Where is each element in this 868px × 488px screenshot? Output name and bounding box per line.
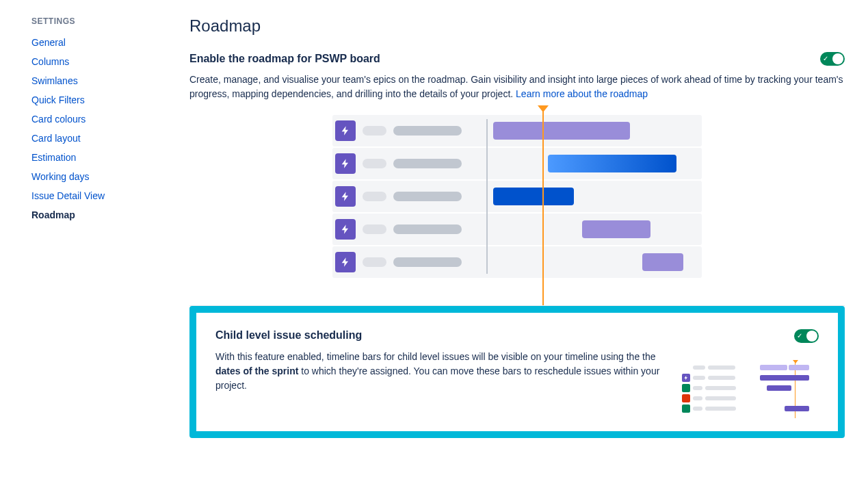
roadmap-enable-heading: Enable the roadmap for PSWP board	[189, 53, 380, 65]
child-heading: Child level issue scheduling	[215, 329, 362, 342]
main-content: Roadmap Enable the roadmap for PSWP boar…	[161, 0, 868, 438]
epic-icon	[682, 374, 690, 382]
gantt-row	[332, 115, 702, 146]
epic-icon	[335, 219, 356, 240]
sidebar-item-roadmap[interactable]: Roadmap	[31, 205, 161, 224]
sidebar-item-estimation[interactable]: Estimation	[31, 148, 161, 167]
story-icon	[682, 384, 690, 392]
settings-sidebar: SETTINGS GeneralColumnsSwimlanesQuick Fi…	[0, 0, 161, 438]
check-icon: ✓	[797, 331, 802, 341]
gantt-row	[332, 246, 702, 278]
child-scheduling-toggle[interactable]: ✓	[794, 329, 819, 343]
epic-icon	[335, 186, 356, 207]
gantt-row	[332, 181, 702, 212]
child-scheduling-panel: Child level issue scheduling With this f…	[189, 306, 845, 438]
roadmap-enable-toggle[interactable]: ✓	[820, 52, 845, 66]
story-icon	[682, 404, 690, 413]
bug-icon	[682, 394, 690, 402]
roadmap-description: Create, manage, and visualise your team'…	[189, 73, 845, 101]
sidebar-item-swimlanes[interactable]: Swimlanes	[31, 71, 161, 90]
sidebar-heading: SETTINGS	[31, 16, 161, 26]
gantt-row	[332, 148, 702, 179]
page-title: Roadmap	[189, 16, 845, 36]
learn-more-link[interactable]: Learn more about the roadmap	[516, 88, 648, 99]
roadmap-illustration	[332, 115, 702, 278]
sidebar-item-card-layout[interactable]: Card layout	[31, 129, 161, 148]
sidebar-item-issue-detail-view[interactable]: Issue Detail View	[31, 186, 161, 205]
sidebar-items: GeneralColumnsSwimlanesQuick FiltersCard…	[31, 33, 161, 224]
sidebar-item-general[interactable]: General	[31, 33, 161, 52]
epic-icon	[335, 120, 356, 141]
check-icon: ✓	[823, 54, 828, 64]
sidebar-item-columns[interactable]: Columns	[31, 52, 161, 71]
sidebar-item-quick-filters[interactable]: Quick Filters	[31, 90, 161, 110]
today-marker-icon	[542, 108, 544, 305]
epic-icon	[335, 153, 356, 174]
child-illustration	[682, 351, 819, 415]
child-description: With this feature enabled, timeline bars…	[215, 350, 661, 393]
sidebar-item-working-days[interactable]: Working days	[31, 167, 161, 186]
epic-icon	[335, 252, 356, 272]
sidebar-item-card-colours[interactable]: Card colours	[31, 110, 161, 129]
gantt-row	[332, 214, 702, 245]
